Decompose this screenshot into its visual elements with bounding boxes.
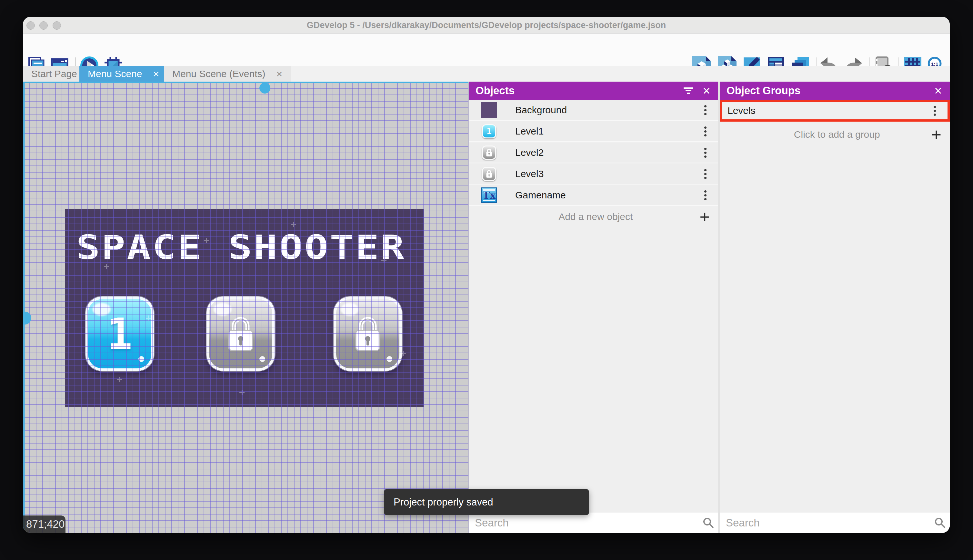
- horizontal-scroll-thumb[interactable]: [259, 83, 270, 93]
- search-icon: [699, 513, 718, 533]
- vertical-scroll-thumb[interactable]: [23, 312, 31, 325]
- object-groups-panel-title: Object Groups: [726, 85, 929, 97]
- horizontal-scrollbar[interactable]: [23, 82, 468, 83]
- star-sparkle: [401, 351, 406, 356]
- tab-close-icon[interactable]: ×: [153, 69, 159, 79]
- object-menu-icon[interactable]: [698, 103, 712, 117]
- star-sparkle: [343, 306, 348, 311]
- object-menu-icon[interactable]: [698, 167, 712, 181]
- object-menu-icon[interactable]: [698, 124, 712, 138]
- filter-icon[interactable]: [680, 82, 698, 100]
- add-group-button[interactable]: Click to add a group +: [720, 124, 950, 145]
- close-panel-icon[interactable]: ×: [698, 82, 716, 100]
- objects-search-bar: [469, 513, 718, 533]
- tab-label: Menu Scene: [88, 68, 142, 79]
- plus-icon: +: [931, 126, 941, 143]
- level2-button-instance[interactable]: [207, 297, 275, 371]
- star-sparkle: [291, 222, 296, 227]
- tab-label: Menu Scene (Events): [172, 68, 265, 79]
- toast-message: Project properly saved: [393, 497, 493, 508]
- background-thumbnail: [482, 102, 497, 118]
- cursor-coordinates: 871;420: [23, 515, 65, 533]
- object-row-gamename[interactable]: Tx Gamename: [469, 185, 718, 206]
- tab-start-page[interactable]: Start Page: [23, 66, 86, 82]
- tab-bar: Start Page Menu Scene × Menu Scene (Even…: [23, 66, 950, 82]
- locked-level-thumbnail: [482, 145, 497, 160]
- add-object-button[interactable]: Add a new object +: [469, 207, 718, 227]
- star-sparkle: [117, 377, 122, 382]
- object-row-level3[interactable]: Level3: [469, 164, 718, 185]
- object-groups-panel: Object Groups × Levels Click to add a gr…: [720, 82, 950, 533]
- vertical-scrollbar[interactable]: [23, 82, 25, 533]
- tab-label: Start Page: [31, 68, 77, 79]
- star-sparkle: [382, 257, 387, 263]
- tab-menu-scene-events[interactable]: Menu Scene (Events) ×: [164, 66, 291, 82]
- scene-editor-canvas[interactable]: SPACE SHOOTER 1: [23, 82, 468, 533]
- star-sparkle: [239, 390, 245, 395]
- objects-panel-header: Objects ×: [469, 82, 718, 100]
- objects-search-input[interactable]: [469, 513, 699, 533]
- scene-background-instance[interactable]: SPACE SHOOTER 1: [65, 209, 424, 407]
- level1-digit: 1: [107, 309, 132, 359]
- title-bar: GDevelop 5 - /Users/dkarakay/Documents/G…: [23, 17, 950, 34]
- locked-level-thumbnail: [482, 166, 497, 182]
- object-menu-icon[interactable]: [698, 145, 712, 160]
- text-object-thumbnail: Tx: [482, 187, 497, 203]
- main-toolbar: 1:1: [23, 34, 950, 66]
- level1-button-instance[interactable]: 1: [85, 297, 154, 371]
- groups-search-bar: [720, 513, 950, 533]
- scene-title-text[interactable]: SPACE SHOOTER: [76, 228, 406, 267]
- star-sparkle: [146, 315, 151, 321]
- group-menu-icon[interactable]: [928, 103, 942, 118]
- gdevelop-window: GDevelop 5 - /Users/dkarakay/Documents/G…: [23, 17, 950, 533]
- object-row-level2[interactable]: Level2: [469, 143, 718, 163]
- objects-panel: Objects × Background 1 Level1: [468, 82, 718, 533]
- group-row-levels[interactable]: Levels: [720, 100, 950, 122]
- tab-close-icon[interactable]: ×: [276, 69, 282, 79]
- groups-search-input[interactable]: [720, 513, 930, 533]
- close-panel-icon[interactable]: ×: [929, 82, 947, 100]
- level1-thumbnail: 1: [482, 123, 497, 139]
- tab-menu-scene[interactable]: Menu Scene ×: [79, 66, 167, 82]
- lock-icon: [224, 313, 257, 354]
- window-title: GDevelop 5 - /Users/dkarakay/Documents/G…: [23, 17, 950, 34]
- star-sparkle: [104, 264, 109, 269]
- object-row-level1[interactable]: 1 Level1: [469, 121, 718, 142]
- search-icon: [930, 513, 950, 533]
- object-groups-panel-header: Object Groups ×: [720, 82, 950, 100]
- objects-panel-title: Objects: [475, 85, 680, 97]
- object-row-background[interactable]: Background: [469, 100, 718, 121]
- lock-icon: [351, 313, 385, 354]
- save-toast: Project properly saved: [384, 489, 589, 515]
- star-sparkle: [204, 238, 209, 243]
- plus-icon: +: [700, 208, 710, 225]
- object-menu-icon[interactable]: [698, 188, 712, 202]
